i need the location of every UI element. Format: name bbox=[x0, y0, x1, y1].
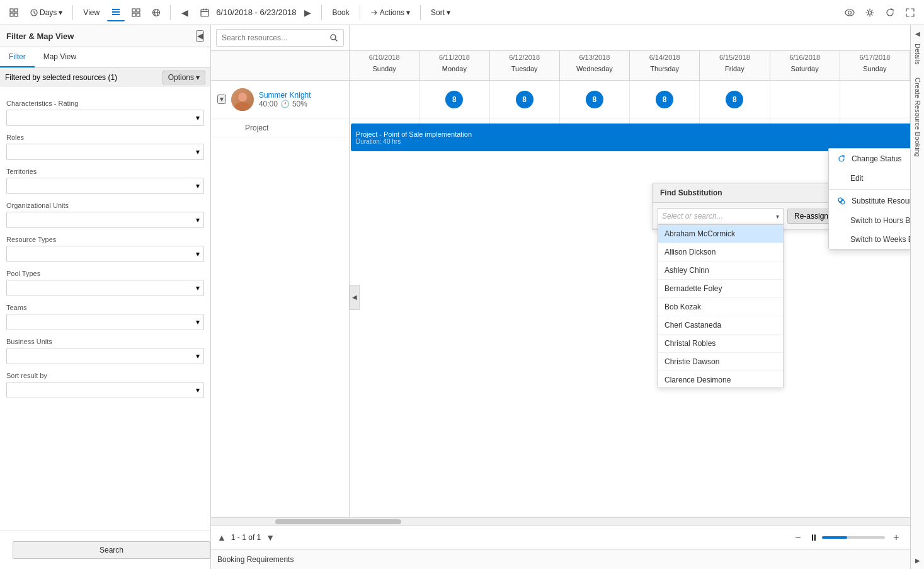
collapse-panel-btn[interactable]: ◀ bbox=[196, 30, 204, 42]
resource-types-label: Resource Types bbox=[6, 236, 204, 243]
left-nav-arrow[interactable]: ◀ bbox=[350, 285, 360, 310]
booked-bar[interactable]: Project - Point of Sale implementation D… bbox=[351, 124, 910, 151]
teams-select[interactable]: ▾ bbox=[6, 314, 204, 330]
business-units-dropdown-icon: ▾ bbox=[196, 352, 200, 360]
sub-select[interactable]: Select or search... ▾ bbox=[658, 208, 784, 224]
next-date-btn[interactable]: ▶ bbox=[299, 4, 316, 21]
list-item[interactable]: Abraham McCormick bbox=[658, 225, 783, 243]
business-units-select[interactable]: ▾ bbox=[6, 348, 204, 364]
resource-collapse-btn[interactable]: ▼ bbox=[217, 95, 226, 104]
territories-select[interactable]: ▾ bbox=[6, 178, 204, 194]
svg-rect-6 bbox=[112, 11, 120, 13]
org-units-select[interactable]: ▾ bbox=[6, 212, 204, 228]
page-up-btn[interactable]: ▲ bbox=[217, 532, 226, 543]
right-panel-collapse-btn[interactable]: ◀ bbox=[915, 30, 920, 37]
list-item[interactable]: Christie Dawson bbox=[658, 353, 783, 371]
context-edit[interactable]: Edit bbox=[829, 169, 910, 188]
grid-view-icon[interactable] bbox=[127, 4, 145, 21]
teams-label: Teams bbox=[6, 304, 204, 311]
days-button[interactable]: Days ▾ bbox=[25, 6, 67, 20]
view-button[interactable]: View bbox=[78, 6, 105, 20]
booking-duration: Duration: 40 hrs bbox=[356, 138, 910, 145]
switch-hours-label: Switch to Hours Board bbox=[836, 216, 910, 225]
search-button[interactable]: Search bbox=[13, 541, 210, 559]
timeline-row-project: Project - Point of Sale implementation D… bbox=[350, 118, 910, 137]
date-cols: 6/10/2018Sunday6/11/2018Monday6/12/2018T… bbox=[350, 51, 910, 80]
date-col: 6/13/2018Wednesday bbox=[560, 51, 630, 80]
h-scroll-thumb[interactable] bbox=[275, 519, 401, 524]
search-submit-btn[interactable] bbox=[324, 30, 343, 46]
substitution-dropdown: Abraham McCormickAllison DicksonAshley C… bbox=[658, 224, 784, 388]
list-view-icon[interactable] bbox=[107, 4, 125, 21]
list-item[interactable]: Bob Kozak bbox=[658, 298, 783, 316]
booking-requirements-bar: Booking Requirements bbox=[211, 549, 910, 569]
filter-row-pool-types: Pool Types ▾ bbox=[6, 270, 204, 296]
actions-button[interactable]: Actions ▾ bbox=[365, 6, 415, 20]
zoom-in-btn[interactable]: + bbox=[889, 530, 904, 545]
sort-by-dropdown-icon: ▾ bbox=[196, 386, 200, 394]
list-item[interactable]: Cheri Castaneda bbox=[658, 316, 783, 335]
resource-name[interactable]: Summer Knight bbox=[259, 91, 343, 100]
svg-point-25 bbox=[235, 102, 250, 111]
tab-map-view[interactable]: Map View bbox=[35, 47, 85, 67]
header-spacer bbox=[350, 25, 910, 50]
list-item[interactable]: Ashley Chinn bbox=[658, 262, 783, 280]
resource-list: ▼ Summer Knight 40:00 🕐 50% bbox=[211, 81, 350, 517]
zoom-out-btn[interactable]: − bbox=[790, 530, 806, 545]
search-container bbox=[211, 25, 350, 50]
page-down-btn[interactable]: ▼ bbox=[266, 532, 275, 543]
timeline-area: 88888 Project - Point of Sale implementa… bbox=[350, 81, 910, 517]
h-scroll-bar[interactable] bbox=[211, 517, 910, 525]
globe-view-icon[interactable] bbox=[147, 4, 165, 21]
zoom-bar[interactable] bbox=[822, 536, 885, 539]
characteristics-select[interactable]: ▾ bbox=[6, 110, 204, 126]
prev-date-btn[interactable]: ◀ bbox=[176, 4, 193, 21]
timeline-cell bbox=[350, 81, 419, 118]
expand-icon[interactable] bbox=[901, 4, 919, 21]
separator bbox=[360, 5, 360, 20]
calendar-icon[interactable] bbox=[196, 4, 214, 21]
context-switch-weeks[interactable]: Switch to Weeks Board bbox=[829, 230, 910, 249]
pool-types-dropdown-icon: ▾ bbox=[196, 284, 200, 292]
substitute-resource-label: Substitute Resource bbox=[852, 197, 910, 205]
date-range: 6/10/2018 - 6/23/2018 bbox=[216, 8, 296, 17]
roles-select[interactable]: ▾ bbox=[6, 144, 204, 160]
context-change-status[interactable]: Change Status ▶ bbox=[829, 149, 910, 169]
filter-row-resource-types: Resource Types ▾ bbox=[6, 236, 204, 262]
grid-area: 6/10/2018Sunday6/11/2018Monday6/12/2018T… bbox=[211, 25, 910, 569]
context-switch-hours[interactable]: Switch to Hours Board bbox=[829, 211, 910, 230]
svg-rect-3 bbox=[14, 13, 18, 16]
resource-types-select[interactable]: ▾ bbox=[6, 246, 204, 262]
list-item[interactable]: Allison Dickson bbox=[658, 243, 783, 262]
list-item[interactable]: Clarence Desimone bbox=[658, 371, 783, 388]
zoom-fill bbox=[822, 536, 847, 539]
svg-rect-8 bbox=[132, 9, 135, 12]
right-panel-right-arrow[interactable]: ▶ bbox=[915, 557, 920, 564]
details-label[interactable]: Details bbox=[914, 43, 921, 65]
refresh-small-icon bbox=[836, 154, 847, 164]
timeline-cell bbox=[840, 81, 910, 118]
search-input[interactable] bbox=[217, 30, 324, 45]
list-item[interactable]: Christal Robles bbox=[658, 335, 783, 353]
sort-button[interactable]: Sort ▾ bbox=[426, 6, 455, 20]
date-col: 6/15/2018Friday bbox=[700, 51, 770, 80]
pool-types-select[interactable]: ▾ bbox=[6, 280, 204, 296]
create-resource-label[interactable]: Create Resource Booking bbox=[914, 78, 921, 157]
context-substitute-resource[interactable]: Substitute Resource ▶ bbox=[829, 191, 910, 211]
tab-filter[interactable]: Filter bbox=[0, 47, 35, 67]
list-item[interactable]: Bernadette Foley bbox=[658, 280, 783, 298]
svg-rect-11 bbox=[137, 13, 140, 16]
options-button[interactable]: Options ▾ bbox=[163, 71, 205, 84]
grid-column-headers: 6/10/2018Sunday6/11/2018Monday6/12/2018T… bbox=[211, 51, 910, 81]
book-button[interactable]: Book bbox=[327, 6, 354, 20]
territories-label: Territories bbox=[6, 168, 204, 175]
svg-rect-0 bbox=[10, 9, 13, 12]
left-panel: Filter & Map View ◀ Filter Map View Filt… bbox=[0, 25, 211, 569]
sort-by-select[interactable]: ▾ bbox=[6, 382, 204, 398]
preview-icon[interactable] bbox=[841, 4, 858, 21]
gear-icon[interactable] bbox=[861, 4, 879, 21]
refresh-icon[interactable] bbox=[881, 4, 899, 21]
svg-rect-1 bbox=[14, 9, 18, 12]
settings-icon[interactable] bbox=[5, 4, 23, 21]
filter-body: Characteristics - Rating ▾ Roles ▾ Terri… bbox=[0, 93, 210, 531]
